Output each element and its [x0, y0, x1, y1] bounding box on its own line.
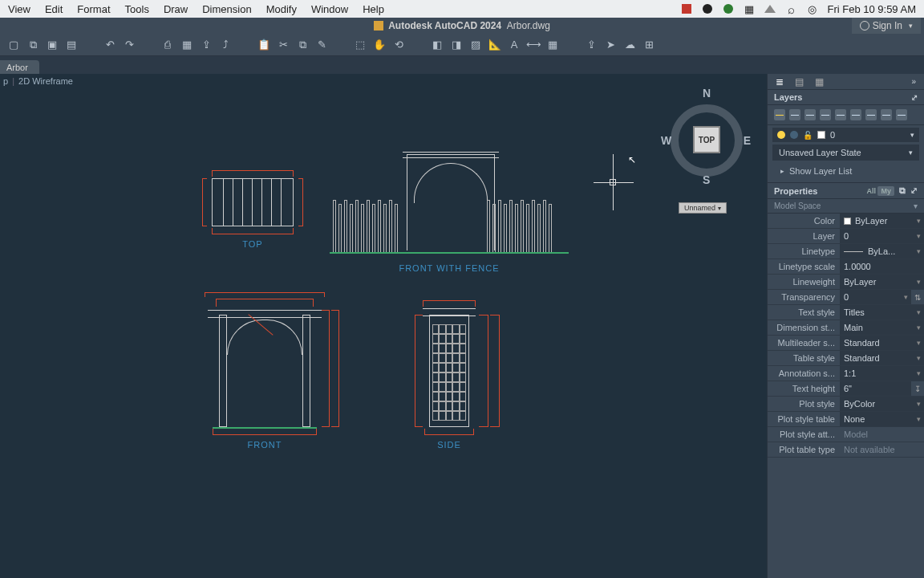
save-icon[interactable]: ▣ — [45, 38, 59, 52]
layer-tool-9[interactable] — [896, 109, 907, 120]
preview-icon[interactable]: ▦ — [180, 38, 194, 52]
layer-tool-6[interactable] — [850, 109, 861, 120]
show-layer-list-label: Show Layer List — [789, 166, 852, 176]
cut-icon[interactable]: ✂ — [276, 38, 290, 52]
panel-flyout-icon[interactable]: » — [911, 77, 916, 86]
doc-tab-arbor[interactable]: Arbor — [0, 60, 39, 74]
spotlight-icon[interactable] — [785, 3, 796, 14]
apps-icon[interactable]: ⊞ — [642, 38, 656, 52]
property-label: Plot style table — [768, 414, 840, 424]
hatch-icon[interactable]: ▨ — [468, 38, 483, 52]
match-icon[interactable]: ✎ — [314, 38, 329, 52]
export-icon[interactable]: ⤴ — [218, 38, 233, 52]
orbit-icon[interactable]: ⟲ — [391, 38, 406, 52]
undo-icon[interactable]: ↶ — [103, 38, 117, 52]
chevron-down-icon: ▾ — [914, 201, 918, 210]
property-value[interactable]: Standard▾ — [840, 351, 924, 365]
layers-restore-icon[interactable]: ⤢ — [911, 93, 918, 102]
status-calendar-icon[interactable] — [744, 3, 755, 14]
block-icon[interactable]: ◧ — [430, 38, 444, 52]
layer-color-swatch — [817, 131, 825, 139]
property-value[interactable]: Main▾ — [840, 320, 924, 335]
wifi-icon[interactable] — [764, 3, 776, 14]
property-row: Dimension st...Main▾ — [768, 320, 924, 336]
show-layer-list-toggle[interactable]: Show Layer List — [768, 163, 924, 182]
signin-button[interactable]: Sign In ▾ — [852, 18, 921, 34]
text-icon[interactable]: A — [507, 38, 521, 52]
slider-icon[interactable]: ⇅ — [911, 293, 924, 302]
open-icon[interactable]: ⧉ — [26, 38, 40, 52]
property-label: Text height — [768, 384, 840, 393]
current-layer-dropdown[interactable]: 🔓 0 ▾ — [772, 128, 919, 142]
share-icon[interactable]: ⇪ — [584, 38, 598, 52]
layer-tool-8[interactable] — [881, 109, 892, 120]
new-icon[interactable]: ▢ — [6, 38, 21, 52]
status-ok-icon[interactable] — [723, 3, 734, 14]
layer-tool-2[interactable] — [789, 109, 800, 120]
property-value[interactable]: 0▾ — [840, 229, 924, 243]
properties-panel-title: Properties All My ⧉ ⤢ — [768, 182, 924, 199]
send-icon[interactable]: ➤ — [603, 38, 618, 52]
menu-draw[interactable]: Draw — [164, 3, 188, 15]
menu-format[interactable]: Format — [77, 3, 110, 15]
paste-icon[interactable]: 📋 — [257, 38, 271, 52]
layer-tool-1[interactable] — [774, 109, 785, 120]
layer-tool-5[interactable] — [835, 109, 846, 120]
cloud-icon[interactable]: ☁ — [622, 38, 637, 52]
dim-icon[interactable]: ⟷ — [526, 38, 541, 52]
menu-edit[interactable]: Edit — [45, 3, 63, 15]
properties-restore-icon[interactable]: ⤢ — [910, 185, 918, 196]
pan-icon[interactable]: ✋ — [372, 38, 387, 52]
xref-icon[interactable]: ◨ — [449, 38, 464, 52]
panel-tab-layers-icon[interactable]: ≣ — [776, 76, 784, 88]
property-value[interactable]: ByLayer▾ — [840, 214, 924, 228]
property-value[interactable]: Titles▾ — [840, 305, 924, 320]
menu-view[interactable]: View — [8, 3, 30, 15]
quick-select-icon[interactable]: ⧉ — [899, 185, 906, 196]
menu-window[interactable]: Window — [311, 3, 348, 15]
property-value[interactable]: Standard▾ — [840, 336, 924, 350]
measure-icon[interactable]: 📐 — [488, 38, 502, 52]
zoom-window-icon[interactable]: ⬚ — [353, 38, 367, 52]
menubar-right: Fri Feb 10 9:59 AM — [681, 3, 916, 15]
menu-help[interactable]: Help — [363, 3, 384, 15]
pick-height-icon[interactable]: ↧ — [911, 385, 924, 393]
layer-tool-4[interactable] — [820, 109, 831, 120]
property-value[interactable]: ByColor▾ — [840, 397, 924, 411]
layer-state-dropdown[interactable]: Unsaved Layer State ▾ — [772, 144, 919, 161]
menu-dimension[interactable]: Dimension — [202, 3, 251, 15]
layer-tool-3[interactable] — [804, 109, 816, 120]
status-app-icon[interactable] — [681, 3, 692, 14]
drawing-canvas[interactable]: p | 2D Wireframe TOP N S W E Unnamed ↖ — [0, 74, 767, 578]
table-icon[interactable]: ▦ — [545, 38, 560, 52]
properties-scope-my[interactable]: My — [877, 186, 894, 196]
properties-scope-all[interactable]: All — [866, 187, 876, 195]
property-value[interactable]: 1.0000 — [840, 259, 924, 274]
properties-grid: ColorByLayer▾Layer0▾LinetypeByLa...▾Line… — [768, 214, 924, 458]
panel-tab-props-icon[interactable]: ▤ — [795, 76, 804, 88]
selection-set-dropdown[interactable]: Model Space ▾ — [768, 199, 924, 214]
property-label: Transparency — [768, 292, 840, 302]
status-sync-icon[interactable] — [702, 3, 713, 14]
property-value[interactable]: 0▾ — [840, 290, 911, 304]
layer-tool-7[interactable] — [865, 109, 877, 120]
property-row: Plot table typeNot available — [768, 442, 924, 458]
property-value[interactable]: 1:1▾ — [840, 366, 924, 381]
property-row: Plot styleByColor▾ — [768, 397, 924, 412]
saveas-icon[interactable]: ▤ — [64, 38, 79, 52]
linetype-preview — [844, 251, 863, 252]
publish-icon[interactable]: ⇪ — [199, 38, 213, 52]
menubar-clock[interactable]: Fri Feb 10 9:59 AM — [827, 3, 916, 15]
property-value[interactable]: ByLa...▾ — [840, 244, 924, 258]
menu-tools[interactable]: Tools — [125, 3, 149, 15]
menu-modify[interactable]: Modify — [266, 3, 297, 15]
panel-tab-blocks-icon[interactable]: ▦ — [815, 76, 824, 88]
property-value[interactable]: 6" — [840, 381, 911, 396]
plot-icon[interactable]: ⎙ — [160, 38, 175, 52]
layers-panel-title: Layers ⤢ — [768, 90, 924, 105]
copy-icon[interactable]: ⧉ — [295, 38, 310, 52]
redo-icon[interactable]: ↷ — [122, 38, 136, 52]
control-center-icon[interactable] — [806, 3, 817, 14]
property-value[interactable]: None▾ — [840, 412, 924, 426]
property-value[interactable]: ByLayer▾ — [840, 275, 924, 289]
